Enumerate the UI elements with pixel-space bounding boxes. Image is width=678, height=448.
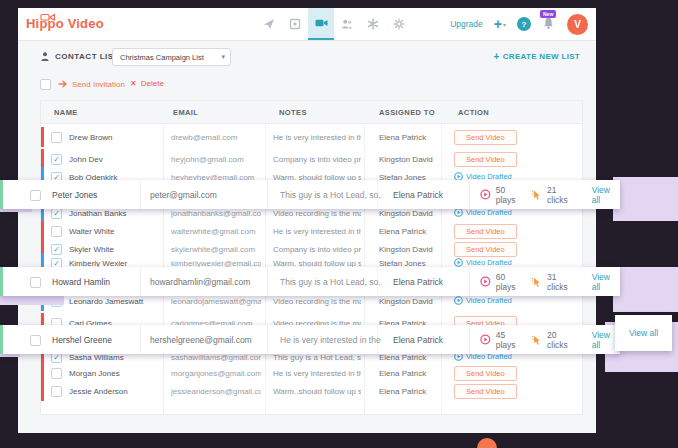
new-badge: New	[540, 10, 556, 18]
contact-list-label: CONTACT LIST	[40, 51, 119, 62]
chevron-down-icon: ▾	[503, 21, 506, 28]
contact-assigned: Elena Patrick	[379, 369, 439, 378]
clicks-icon	[531, 334, 542, 346]
plays-icon	[480, 276, 491, 287]
video-drafted-label: Video Drafted	[466, 258, 512, 267]
column-divider	[469, 180, 470, 209]
contact-overlay-row[interactable]: ✓ Hershel Greene hershelgreene@gmail.com…	[0, 325, 620, 354]
hippo-video-logo[interactable]: Hippo Video	[26, 16, 104, 31]
plays-icon	[480, 189, 491, 200]
contact-name: Howard Hamlin	[52, 277, 144, 287]
send-video-button[interactable]: Send Video	[454, 152, 517, 167]
settings-gear-icon[interactable]	[386, 8, 412, 40]
delete-button[interactable]: ✕ Delete	[130, 79, 164, 88]
contact-email: drewb@email.com	[171, 133, 261, 142]
contact-overlay-row[interactable]: ✓ Howard Hamlin howardhamlin@gmail.com T…	[0, 267, 620, 296]
contact-name: Jonathan Banks	[69, 209, 159, 218]
row-checkbox[interactable]: ✓	[51, 226, 62, 237]
play-circle-icon	[454, 208, 463, 217]
contact-name: Leonardo Jameswatt	[69, 297, 159, 306]
select-all-checkbox[interactable]: ✓	[40, 79, 51, 90]
view-all-link[interactable]: View all	[592, 272, 620, 292]
contact-notes: Video recording is the mai...	[273, 297, 361, 306]
send-plane-icon[interactable]	[256, 8, 282, 40]
contact-email: sashawilliams@gmail.com	[171, 353, 261, 362]
quick-add-button[interactable]: + ▾	[494, 17, 506, 31]
contacts-icon[interactable]	[334, 8, 360, 40]
table-header: NAME EMAIL NOTES ASSIGNED TO ACTION	[41, 101, 582, 124]
lavender-patch	[613, 177, 678, 221]
table-row[interactable]: ✓ John Dev heyjohn@gmail.com Company is …	[41, 149, 582, 169]
row-checkbox[interactable]: ✓	[51, 154, 62, 165]
contact-email: jessieanderson@gmail.com	[171, 387, 261, 396]
send-video-button[interactable]: Send Video	[454, 366, 517, 381]
navbar-right: Upgrade + ▾ ? New V	[450, 8, 588, 40]
bell-icon	[542, 16, 555, 31]
main-nav	[256, 8, 412, 40]
campaign-list-dropdown[interactable]: Christmas Campaign List ▾	[112, 48, 231, 66]
notifications-button[interactable]: New	[542, 16, 556, 32]
column-divider	[469, 325, 470, 354]
row-checkbox[interactable]: ✓	[51, 132, 62, 143]
send-video-button[interactable]: Send Video	[454, 384, 517, 399]
contact-email: leonardojameswatt@gmail.com	[171, 297, 261, 306]
clicks-icon	[531, 276, 542, 288]
plays-count: 50 plays	[496, 185, 527, 205]
avatar[interactable]: V	[567, 14, 588, 35]
upgrade-link[interactable]: Upgrade	[450, 19, 483, 29]
video-drafted-status[interactable]: Video Drafted	[454, 258, 512, 267]
video-drafted-label: Video Drafted	[466, 208, 512, 217]
close-icon: ✕	[130, 79, 137, 88]
contact-name: Walter White	[69, 227, 159, 236]
table-row[interactable]: ✓ Walter White walterwhite@gmail.com He …	[41, 221, 582, 241]
contact-name: Sasha Williams	[69, 353, 159, 362]
contact-email: peter@gmail.com	[150, 190, 265, 200]
contact-notes: He is very interested in the prod...	[273, 133, 361, 142]
row-checkbox[interactable]: ✓	[51, 368, 62, 379]
column-divider	[267, 180, 268, 209]
row-checkbox[interactable]: ✓	[30, 190, 41, 201]
status-stripe	[41, 381, 44, 401]
contact-assigned: Elena Patrick	[393, 190, 463, 200]
lavender-patch	[613, 267, 678, 312]
floating-view-all-button[interactable]: View all	[615, 315, 672, 351]
checkmark-icon: ✓	[52, 209, 61, 218]
contacts-table: NAME EMAIL NOTES ASSIGNED TO ACTION ✓ Dr…	[40, 100, 583, 415]
contact-overlay-row[interactable]: ✓ Peter Jones peter@gmail.com This guy i…	[0, 180, 620, 209]
contact-assigned: Kingston David	[379, 209, 439, 218]
row-checkbox[interactable]: ✓	[51, 208, 62, 219]
help-button[interactable]: ?	[517, 17, 531, 31]
video-drafted-status[interactable]: Video Drafted	[454, 296, 512, 305]
row-checkbox[interactable]: ✓	[30, 277, 41, 288]
row-action: Send Video	[454, 366, 574, 381]
contact-assigned: Elena Patrick	[379, 227, 439, 236]
send-video-button[interactable]: Send Video	[454, 130, 517, 145]
send-video-button[interactable]: Send Video	[454, 224, 517, 239]
status-stripe	[41, 221, 44, 241]
row-checkbox[interactable]: ✓	[30, 335, 41, 346]
create-new-list-button[interactable]: + CREATE NEW LIST	[494, 51, 580, 62]
video-stats: 60 plays 31 clicks View all	[480, 267, 620, 296]
table-row[interactable]: ✓ Morgan Jones morganjones@gmail.com He …	[41, 363, 582, 383]
logo-camera-doodle-icon	[40, 9, 56, 24]
contact-notes: This guy is a Hot Lead, so...	[280, 277, 382, 287]
video-camera-icon[interactable]	[308, 8, 334, 40]
video-drafted-status[interactable]: Video Drafted	[454, 208, 512, 217]
dropdown-selected-value: Christmas Campaign List	[120, 53, 204, 62]
contact-notes: Company is into video produ...	[273, 155, 361, 164]
contact-email: jonathanbanks@gmail.com	[171, 209, 261, 218]
send-invitation-button[interactable]: Send Invitation	[58, 79, 125, 89]
contact-assigned: Kingston David	[379, 297, 439, 306]
logo-text: Hippo Video	[26, 16, 104, 31]
table-row[interactable]: ✓ Jessie Anderson jessieanderson@gmail.c…	[41, 381, 582, 401]
integrations-icon[interactable]	[360, 8, 386, 40]
stop-square-icon[interactable]	[282, 8, 308, 40]
table-row[interactable]: ✓ Drew Brown drewb@email.com He is very …	[41, 127, 582, 147]
arrow-right-icon	[58, 79, 68, 89]
column-header-assigned: ASSIGNED TO	[379, 108, 435, 117]
contact-assigned: Elena Patrick	[379, 353, 439, 362]
row-checkbox[interactable]: ✓	[51, 386, 62, 397]
view-all-link[interactable]: View all	[592, 185, 620, 205]
chat-fab-button[interactable]	[477, 438, 497, 448]
column-header-notes: NOTES	[279, 108, 307, 117]
